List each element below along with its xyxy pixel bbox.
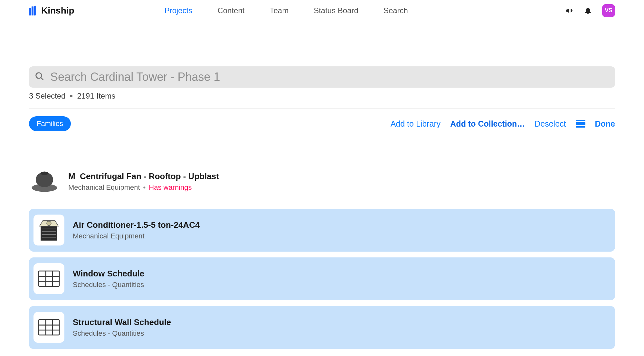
nav-link-team[interactable]: Team: [270, 6, 289, 15]
list-item[interactable]: Window Schedule Schedules - Quantities: [29, 257, 615, 300]
items-count-label: 2191 Items: [77, 91, 115, 101]
item-category: Schedules - Quantities: [73, 281, 144, 289]
selected-count-label: 3 Selected: [29, 91, 65, 101]
item-body: M_Centrifugal Fan - Rooftop - Upblast Me…: [68, 171, 219, 192]
item-subtitle: Schedules - Quantities: [73, 281, 144, 289]
search-icon: [35, 72, 44, 82]
item-warning: Has warnings: [149, 183, 192, 192]
brand[interactable]: Kinship: [29, 5, 74, 16]
item-title: Structural Wall Schedule: [73, 317, 171, 327]
item-thumb-table-icon: [33, 312, 64, 343]
view-mode-icon[interactable]: [576, 120, 585, 128]
svg-line-1: [41, 78, 43, 80]
brand-logo-icon: [29, 6, 38, 15]
item-thumb-ac-icon: [33, 215, 64, 245]
item-body: Window Schedule Schedules - Quantities: [73, 269, 144, 289]
toolbar: Families Add to Library Add to Collectio…: [29, 108, 615, 131]
nav-center: Projects Content Team Status Board Searc…: [165, 6, 408, 15]
notifications-icon[interactable]: [583, 6, 592, 15]
svg-point-4: [40, 171, 48, 175]
nav-link-status-board[interactable]: Status Board: [314, 6, 358, 15]
separator-dot-icon: [70, 95, 72, 97]
main: 3 Selected 2191 Items Families Add to Li…: [0, 21, 644, 356]
item-body: Air Conditioner-1.5-5 ton-24AC4 Mechanic…: [73, 220, 200, 240]
svg-marker-5: [41, 226, 57, 241]
nav-link-search[interactable]: Search: [384, 6, 408, 15]
list-item[interactable]: M_Centrifugal Fan - Rooftop - Upblast Me…: [29, 160, 615, 203]
svg-point-0: [36, 73, 42, 79]
items-list: M_Centrifugal Fan - Rooftop - Upblast Me…: [29, 160, 615, 349]
done-button[interactable]: Done: [595, 119, 615, 129]
item-subtitle: Schedules - Quantities: [73, 329, 171, 338]
item-category: Schedules - Quantities: [73, 329, 144, 338]
item-thumb-fan-icon: [29, 166, 60, 197]
announcements-icon[interactable]: [565, 6, 574, 15]
item-body: Structural Wall Schedule Schedules - Qua…: [73, 317, 171, 338]
status-row: 3 Selected 2191 Items: [29, 91, 615, 101]
search-wrap: [29, 66, 615, 88]
list-item[interactable]: Structural Wall Schedule Schedules - Qua…: [29, 306, 615, 349]
nav-right: VS: [565, 4, 615, 17]
item-subtitle: Mechanical Equipment: [73, 232, 200, 240]
svg-rect-17: [39, 320, 59, 335]
topbar: Kinship Projects Content Team Status Boa…: [0, 0, 644, 21]
brand-name: Kinship: [41, 5, 74, 16]
nav-link-projects[interactable]: Projects: [165, 6, 193, 15]
deselect-button[interactable]: Deselect: [535, 119, 566, 129]
item-category: Mechanical Equipment: [73, 232, 145, 240]
search-input[interactable]: [29, 66, 615, 88]
separator-dot-icon: •: [143, 183, 146, 192]
item-title: Air Conditioner-1.5-5 ton-24AC4: [73, 220, 200, 230]
add-to-collection-button[interactable]: Add to Collection…: [450, 119, 525, 129]
filter-chip-families[interactable]: Families: [29, 116, 71, 131]
avatar[interactable]: VS: [602, 4, 615, 17]
svg-point-11: [47, 221, 51, 226]
item-thumb-table-icon: [33, 263, 64, 294]
nav-link-content[interactable]: Content: [217, 6, 244, 15]
svg-rect-12: [39, 271, 59, 286]
item-title: M_Centrifugal Fan - Rooftop - Upblast: [68, 171, 219, 181]
add-to-library-button[interactable]: Add to Library: [391, 119, 441, 129]
list-item[interactable]: Air Conditioner-1.5-5 ton-24AC4 Mechanic…: [29, 209, 615, 252]
item-subtitle: Mechanical Equipment • Has warnings: [68, 183, 219, 192]
item-category: Mechanical Equipment: [68, 183, 140, 192]
item-title: Window Schedule: [73, 269, 144, 279]
